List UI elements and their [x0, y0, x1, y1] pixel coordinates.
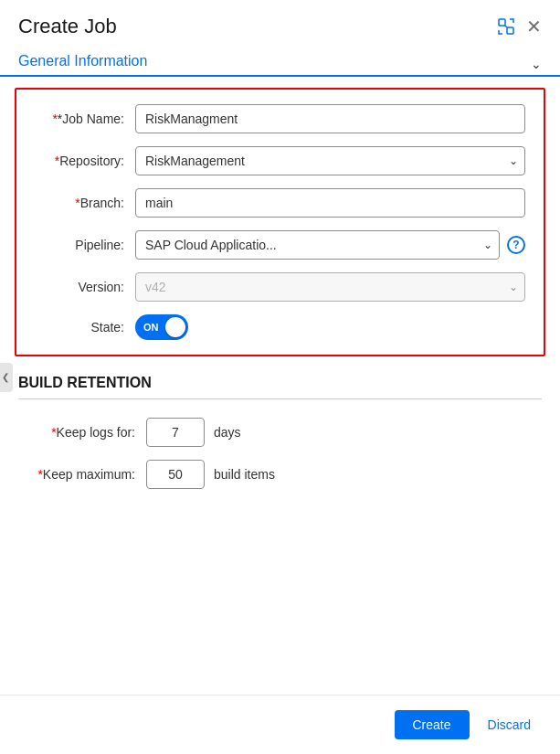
- pipeline-row: Pipeline: SAP Cloud Applicatio... ⌄ ?: [35, 230, 525, 260]
- repository-row: *Repository: RiskManagement ⌄: [35, 146, 525, 175]
- general-info-title: General Information: [18, 53, 147, 75]
- build-retention-section: BUILD RETENTION *Keep logs for: days *Ke…: [0, 375, 560, 502]
- svg-rect-0: [499, 19, 505, 26]
- version-label: Version:: [35, 280, 135, 294]
- general-info-section-header[interactable]: General Information ⌄: [0, 46, 560, 77]
- job-name-row: **Job Name:: [35, 104, 525, 133]
- create-button[interactable]: Create: [395, 710, 470, 739]
- keep-logs-row: *Keep logs for: days: [18, 418, 542, 447]
- svg-rect-1: [507, 27, 513, 34]
- repository-select-wrapper: RiskManagement ⌄: [135, 146, 525, 175]
- dialog-footer: Create Discard: [0, 695, 560, 754]
- build-retention-title: BUILD RETENTION: [18, 375, 542, 399]
- discard-button[interactable]: Discard: [477, 710, 542, 739]
- branch-label: *Branch:: [35, 196, 135, 210]
- keep-maximum-unit: build items: [214, 467, 275, 482]
- state-toggle[interactable]: ON: [135, 314, 188, 340]
- job-name-input[interactable]: [135, 104, 525, 133]
- toggle-knob: [165, 317, 185, 337]
- keep-logs-input[interactable]: [146, 418, 205, 447]
- left-expand-handle[interactable]: ❮: [0, 363, 13, 392]
- state-row: State: ON: [35, 314, 525, 340]
- pipeline-select[interactable]: SAP Cloud Applicatio...: [135, 230, 500, 260]
- pipeline-label: Pipeline:: [35, 238, 135, 252]
- create-job-dialog: ❮ Create Job ✕ General Information ⌄: [0, 0, 560, 754]
- keep-maximum-label: *Keep maximum:: [18, 467, 146, 482]
- job-name-label: **Job Name:: [35, 112, 135, 126]
- state-toggle-wrapper: ON: [135, 314, 188, 340]
- keep-maximum-row: *Keep maximum: build items: [18, 460, 542, 489]
- pipeline-row-inner: SAP Cloud Applicatio... ⌄ ?: [135, 230, 525, 260]
- keep-logs-label: *Keep logs for:: [18, 425, 146, 440]
- dialog-title: Create Job: [18, 15, 117, 38]
- general-info-form: **Job Name: *Repository: RiskManagement …: [15, 88, 545, 356]
- close-icon[interactable]: ✕: [526, 16, 542, 37]
- toggle-on-label: ON: [143, 322, 159, 333]
- version-select[interactable]: v42: [135, 272, 525, 302]
- chevron-down-icon: ⌄: [531, 57, 542, 71]
- header-icons: ✕: [497, 16, 542, 37]
- state-label: State:: [35, 320, 135, 335]
- expand-icon[interactable]: [497, 17, 515, 36]
- svg-line-2: [505, 26, 507, 27]
- keep-maximum-input[interactable]: [146, 460, 205, 489]
- repository-select[interactable]: RiskManagement: [135, 146, 525, 175]
- pipeline-select-wrapper: SAP Cloud Applicatio... ⌄: [135, 230, 500, 260]
- repository-label: *Repository:: [35, 154, 135, 168]
- keep-logs-unit: days: [214, 425, 241, 440]
- dialog-header: Create Job ✕: [0, 0, 560, 46]
- version-row: Version: v42 ⌄: [35, 272, 525, 302]
- pipeline-help-icon[interactable]: ?: [507, 236, 525, 254]
- version-select-wrapper: v42 ⌄: [135, 272, 525, 302]
- branch-input[interactable]: [135, 188, 525, 218]
- branch-row: *Branch:: [35, 188, 525, 218]
